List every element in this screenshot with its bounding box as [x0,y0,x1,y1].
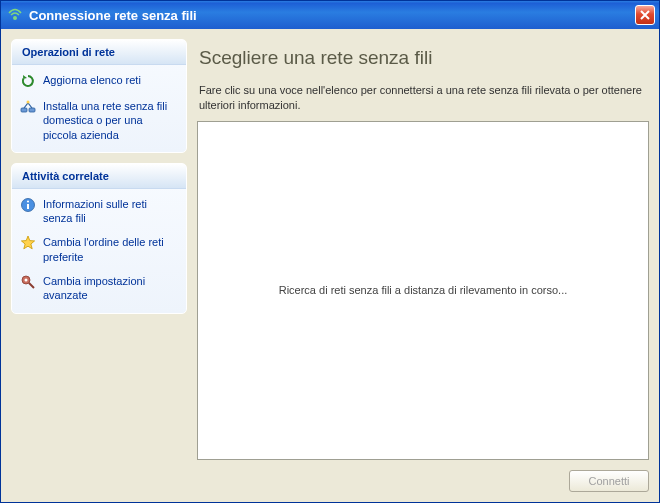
setup-network-icon [20,99,36,115]
settings-icon [20,274,36,290]
task-label: Cambia impostazioni avanzate [43,274,178,303]
connect-button[interactable]: Connetti [569,470,649,492]
titlebar: Connessione rete senza fili [1,1,659,29]
window-title: Connessione rete senza fili [29,8,635,23]
svg-rect-2 [29,108,35,112]
panel-header: Attività correlate [12,164,186,189]
svg-point-3 [27,101,30,104]
task-setup-wireless-network[interactable]: Installa una rete senza fili domestica o… [20,99,178,142]
task-label: Installa una rete senza fili domestica o… [43,99,178,142]
task-advanced-settings[interactable]: Cambia impostazioni avanzate [20,274,178,303]
panel-related-tasks: Attività correlate Informazioni sulle re… [11,163,187,314]
wireless-icon [7,7,23,23]
task-refresh-network-list[interactable]: Aggiorna elenco reti [20,73,178,89]
task-label: Cambia l'ordine delle reti preferite [43,235,178,264]
instruction-text: Fare clic su una voce nell'elenco per co… [199,83,647,113]
panel-body: Informazioni sulle reti senza fili Cambi… [12,189,186,313]
panel-header: Operazioni di rete [12,40,186,65]
svg-point-0 [13,16,17,20]
wireless-dialog: Connessione rete senza fili Operazioni d… [0,0,660,503]
task-label: Aggiorna elenco reti [43,73,141,87]
page-title: Scegliere una rete senza fili [199,47,649,69]
searching-status: Ricerca di reti senza fili a distanza di… [279,284,568,296]
task-label: Informazioni sulle reti senza fili [43,197,178,226]
close-button[interactable] [635,5,655,25]
close-icon [640,10,650,20]
task-change-order[interactable]: Cambia l'ordine delle reti preferite [20,235,178,264]
star-icon [20,235,36,251]
refresh-icon [20,73,36,89]
sidebar: Operazioni di rete Aggiorna elenco reti [11,39,187,492]
content-area: Operazioni di rete Aggiorna elenco reti [1,29,659,502]
network-list[interactable]: Ricerca di reti senza fili a distanza di… [197,121,649,460]
svg-rect-5 [27,204,29,209]
svg-point-8 [25,279,28,282]
main-area: Scegliere una rete senza fili Fare clic … [197,39,649,492]
button-row: Connetti [197,470,649,492]
svg-rect-1 [21,108,27,112]
task-wireless-info[interactable]: Informazioni sulle reti senza fili [20,197,178,226]
info-icon [20,197,36,213]
panel-network-tasks: Operazioni di rete Aggiorna elenco reti [11,39,187,153]
svg-point-6 [27,200,29,202]
panel-body: Aggiorna elenco reti Installa una rete s… [12,65,186,152]
